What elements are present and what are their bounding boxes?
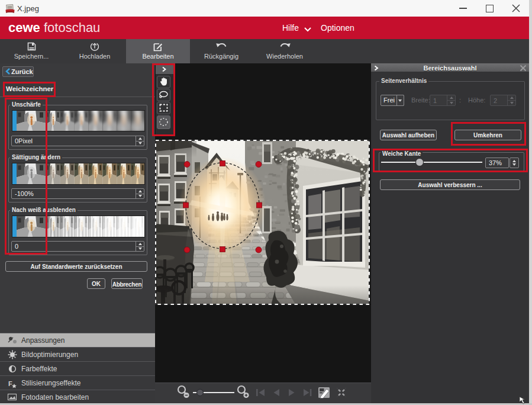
svg-text:F: F [8, 380, 12, 387]
